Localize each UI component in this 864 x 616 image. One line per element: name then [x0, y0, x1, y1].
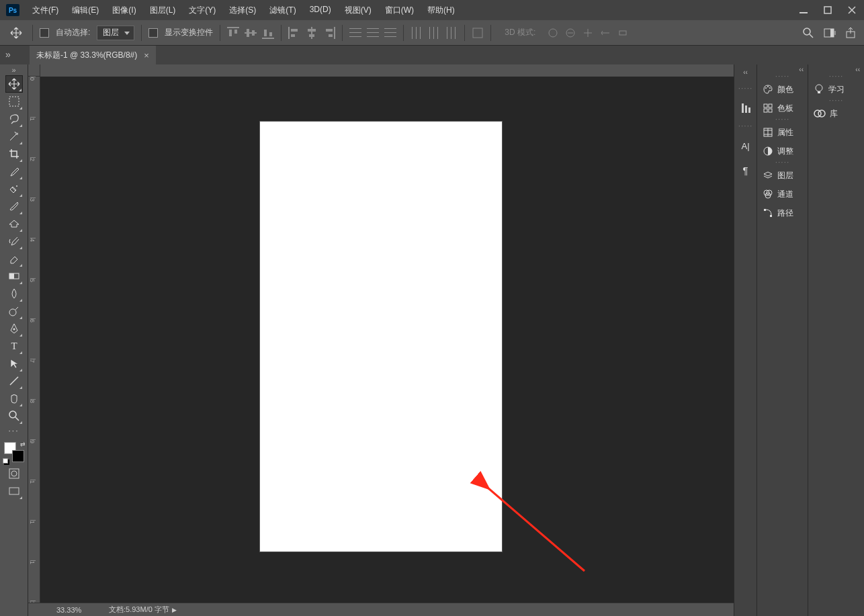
- paths-icon: [763, 208, 773, 218]
- align-top-icon[interactable]: [227, 27, 239, 39]
- share-icon[interactable]: [845, 27, 857, 39]
- align-right-icon[interactable]: [323, 27, 335, 39]
- menu-view[interactable]: 视图(V): [338, 1, 378, 20]
- maximize-button[interactable]: [816, 0, 840, 20]
- close-button[interactable]: [840, 0, 864, 20]
- dist-vcenter-icon[interactable]: [367, 27, 379, 39]
- healing-tool[interactable]: [5, 180, 23, 197]
- quickmask-tool[interactable]: [5, 465, 23, 482]
- close-tab-icon[interactable]: ×: [144, 50, 149, 60]
- dist-right-icon[interactable]: [445, 27, 458, 39]
- panel-grip-icon[interactable]: [738, 124, 753, 130]
- clone-stamp-tool[interactable]: [5, 215, 23, 232]
- menu-image[interactable]: 图像(I): [105, 1, 142, 20]
- svg-rect-29: [384, 32, 396, 33]
- blur-tool[interactable]: [5, 285, 23, 302]
- eraser-tool[interactable]: [5, 250, 23, 267]
- dist-left-icon[interactable]: [411, 27, 423, 39]
- svg-rect-25: [367, 28, 379, 29]
- move-tool[interactable]: [5, 75, 23, 93]
- panel-grip-icon[interactable]: [738, 87, 753, 92]
- collapse-icon[interactable]: ‹‹: [851, 64, 864, 75]
- line-tool[interactable]: [5, 372, 23, 390]
- dist-hcenter-icon[interactable]: [428, 27, 440, 39]
- ruler-vertical[interactable]: 01234567891111: [28, 77, 40, 603]
- svg-rect-9: [252, 30, 255, 36]
- panel-grip-icon[interactable]: [808, 75, 864, 80]
- menu-help[interactable]: 帮助(H): [421, 1, 462, 20]
- path-select-tool[interactable]: [5, 355, 23, 372]
- layer-dropdown[interactable]: 图层: [97, 26, 134, 40]
- panel-label: 图层: [777, 170, 793, 181]
- collapse-icon[interactable]: ‹‹: [795, 64, 808, 75]
- status-zoom[interactable]: 33.33%: [28, 606, 95, 614]
- svg-rect-17: [308, 29, 316, 32]
- color-swatches[interactable]: ⇄: [4, 442, 24, 462]
- history-panel-icon[interactable]: [738, 100, 754, 116]
- status-doc-info[interactable]: 文档:5.93M/0 字节 ▶: [95, 605, 177, 615]
- svg-rect-40: [473, 28, 482, 38]
- canvas-viewport[interactable]: [40, 77, 734, 603]
- brush-tool[interactable]: [5, 197, 23, 215]
- dodge-tool[interactable]: [5, 302, 23, 320]
- gradient-tool[interactable]: [5, 267, 23, 285]
- reset-colors-icon[interactable]: [3, 458, 8, 464]
- panel-grip-icon[interactable]: [757, 118, 808, 123]
- search-icon[interactable]: [802, 27, 814, 39]
- character-panel-icon[interactable]: A|: [738, 138, 754, 154]
- type-tool[interactable]: T: [5, 337, 23, 355]
- library-panel-label: 库: [830, 108, 838, 120]
- svg-rect-21: [329, 34, 333, 37]
- background-color[interactable]: [12, 450, 24, 462]
- menu-layer[interactable]: 图层(L): [143, 1, 183, 20]
- panel-grip-icon[interactable]: [757, 161, 808, 166]
- svg-rect-60: [742, 103, 744, 113]
- hand-tool[interactable]: [5, 390, 23, 407]
- move-tool-icon[interactable]: [7, 26, 26, 40]
- panel-grip-icon[interactable]: [757, 75, 808, 80]
- panel-属性-button[interactable]: 属性: [757, 123, 808, 142]
- options-right: [802, 27, 857, 39]
- menu-window[interactable]: 窗口(W): [378, 1, 421, 20]
- menu-type[interactable]: 文字(Y): [182, 1, 222, 20]
- menu-file[interactable]: 文件(F): [26, 1, 65, 20]
- panel-图层-button[interactable]: 图层: [757, 166, 808, 185]
- auto-select-checkbox[interactable]: [40, 28, 49, 38]
- align-vcenter-icon[interactable]: [245, 27, 257, 39]
- library-panel-button[interactable]: 库: [808, 104, 864, 123]
- minimize-button[interactable]: [791, 0, 816, 20]
- align-left-icon[interactable]: [288, 27, 300, 39]
- paragraph-panel-icon[interactable]: ¶: [738, 162, 754, 178]
- show-transform-label: 显示变换控件: [165, 27, 213, 38]
- dist-bottom-icon[interactable]: [384, 27, 396, 39]
- panel-路径-button[interactable]: 路径: [757, 204, 808, 222]
- align-bottom-icon[interactable]: [262, 27, 274, 39]
- svg-rect-38: [451, 27, 451, 39]
- align-hcenter-icon[interactable]: [306, 27, 318, 39]
- panel-颜色-button[interactable]: 颜色: [757, 80, 808, 99]
- swap-colors-icon[interactable]: ⇄: [20, 441, 26, 447]
- panel-grip-icon[interactable]: [808, 99, 864, 104]
- panel-通道-button[interactable]: 通道: [757, 185, 808, 204]
- toolbar-more-icon[interactable]: ···: [0, 425, 28, 439]
- marquee-tool[interactable]: [5, 93, 23, 110]
- history-brush-tool[interactable]: [5, 232, 23, 250]
- screenmode-tool[interactable]: [5, 482, 23, 500]
- workspace-icon[interactable]: [824, 27, 836, 39]
- menu-3d[interactable]: 3D(D): [303, 1, 338, 20]
- lasso-tool[interactable]: [5, 110, 23, 128]
- magic-wand-tool[interactable]: [5, 128, 23, 145]
- crop-tool[interactable]: [5, 145, 23, 163]
- svg-rect-62: [748, 107, 750, 113]
- dist-top-icon[interactable]: [349, 27, 361, 39]
- zoom-tool[interactable]: [5, 407, 23, 425]
- pen-tool[interactable]: [5, 320, 23, 337]
- collapse-icon[interactable]: ‹‹: [743, 69, 748, 76]
- show-transform-checkbox[interactable]: [148, 28, 158, 38]
- toolbar-expand-icon[interactable]: »: [0, 67, 28, 75]
- document-tab[interactable]: 未标题-1 @ 33.3%(RGB/8#) ×: [30, 46, 156, 64]
- menu-select[interactable]: 选择(S): [222, 1, 263, 20]
- menu-filter[interactable]: 滤镜(T): [263, 1, 302, 20]
- eyedropper-tool[interactable]: [5, 163, 23, 180]
- menu-edit[interactable]: 编辑(E): [65, 1, 105, 20]
